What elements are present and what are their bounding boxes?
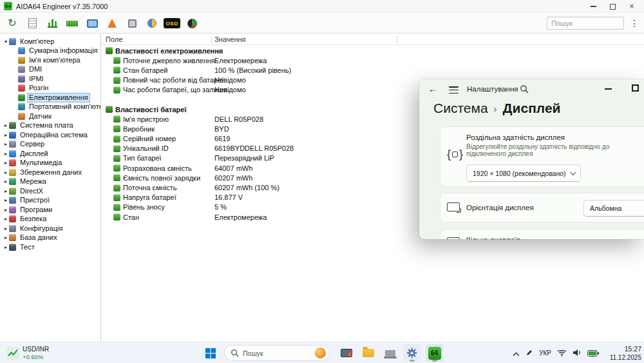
tree-item-label: Портативний комп'ютер [28,103,101,111]
taskbar: USD/INR +0.60% Пошук [0,342,644,363]
property-row[interactable]: Стан батарей 100 % (Високий рівень) [101,65,644,75]
property-row[interactable]: Поточне джерело живлення Електромережа [101,55,644,65]
settings-minimize-button[interactable] [605,88,612,90]
tray-chevron-up-icon[interactable] [513,348,520,359]
windows-logo-icon [205,348,216,358]
column-divider[interactable] [397,35,397,44]
tree-item-label: Тест [19,243,36,251]
wifi-icon[interactable] [557,348,567,359]
tree-item[interactable]: ▸ Системна плата [0,121,100,131]
tree-item[interactable]: ▸ Мережа [0,177,100,187]
property-icon [113,86,120,93]
tree-item[interactable]: Сумарна інформація [0,46,100,56]
monitor-app-button[interactable] [337,344,355,362]
maximize-button[interactable] [603,0,622,13]
search-input[interactable] [547,17,624,30]
tree-item[interactable]: ▸ База даних [0,233,100,243]
expander-icon[interactable]: ▸ [3,179,9,184]
card-title: Орієнтація дисплея [466,204,534,211]
expander-icon[interactable]: ▸ [3,207,9,213]
tree-item[interactable]: Електроживлення [0,93,100,103]
battery-icon[interactable] [587,348,599,359]
benchmark-icon[interactable] [105,16,119,30]
stock-widget[interactable]: USD/INR +0.60% [4,344,52,362]
tree-item[interactable]: ▸ Тест [0,242,100,252]
gauge-icon[interactable] [185,16,199,30]
expander-icon[interactable]: ▸ [3,141,9,147]
expander-icon[interactable]: ▸ [3,216,9,222]
start-button[interactable] [202,344,219,362]
property-row[interactable]: Властивості електроживлення [101,46,644,55]
expander-icon[interactable]: ▸ [3,197,9,203]
language-indicator[interactable]: УКР [539,349,551,357]
tray-time: 15:27 [625,345,641,353]
close-button[interactable]: × [622,0,641,13]
more-menu-icon[interactable]: ⋮ [630,18,639,28]
orientation-dropdown[interactable]: Альбомна [583,200,644,217]
expander-icon[interactable]: ▸ [3,188,9,194]
expander-icon[interactable]: ▸ [3,170,9,175]
tree-item[interactable]: Портативний комп'ютер [0,103,100,112]
column-header-field[interactable]: Поле [106,35,122,43]
tree-item[interactable]: DMI [0,65,100,75]
tree-item[interactable]: ▸ Програми [0,205,100,215]
property-icon [113,213,120,221]
expander-icon[interactable]: ▸ [3,160,9,166]
tree-item[interactable]: IPMI [0,74,100,84]
tree-item[interactable]: ▸ DirectX [0,186,100,196]
tree-item[interactable]: ▸ Конфігурація [0,224,100,233]
tree-item[interactable]: Ім'я комп'ютера [0,55,100,65]
file-explorer-button[interactable] [359,344,377,362]
pen-icon[interactable] [526,348,533,359]
chart-icon[interactable] [45,16,59,30]
settings-search-icon[interactable] [520,84,529,96]
property-field: Напруга батареї [123,193,176,201]
tree-item-label: Безпека [19,215,48,223]
weather-icon[interactable] [315,348,326,358]
tree-item[interactable]: Датчик [0,112,100,121]
column-headers: Поле Значення [101,34,644,45]
minimize-button[interactable] [583,0,603,13]
tree-item[interactable]: ▸ Пристрої [0,196,100,206]
expander-icon[interactable]: ▸ [3,151,9,157]
tree-item[interactable]: ▸ Мультимедіа [0,159,100,168]
settings-maximize-button[interactable] [632,84,639,92]
clock[interactable]: 15:27 11.12.2025 [605,344,641,362]
expander-icon[interactable]: ▸ [3,235,9,240]
tree-item[interactable]: ▸ Сервер [0,140,100,150]
taskbar-search[interactable]: Пошук [224,345,330,361]
tree-item[interactable]: ▸ Збереження даних [0,168,100,177]
resolution-dropdown[interactable]: 1920 × 1080 (рекомендовано) [466,164,581,182]
memory-icon[interactable] [65,16,79,30]
tree-item[interactable]: ▸ Безпека [0,215,100,224]
stock-pair: USD/INR [23,346,49,353]
sensor-icon[interactable] [145,16,159,30]
breadcrumb-parent[interactable]: Система [433,101,488,116]
report-icon[interactable] [25,16,39,30]
laptop-app-button[interactable] [381,344,399,362]
expander-icon[interactable]: ▸ [3,123,9,128]
property-value: Невідомо [214,86,246,93]
tree-item[interactable]: ▾ Комп'ютер [0,37,100,46]
aida64-app-button[interactable]: 64 [426,344,443,362]
settings-app-button[interactable] [403,344,421,362]
tree-item[interactable]: ▸ Операційна система [0,130,100,140]
expander-icon[interactable]: ▸ [3,132,9,138]
tree-item[interactable]: ▸ Дисплей [0,149,100,159]
column-header-value[interactable]: Значення [214,35,246,43]
back-icon[interactable]: ← [428,84,437,94]
expander-icon[interactable]: ▾ [3,39,9,44]
tree-item-label: Електроживлення [28,93,90,102]
refresh-icon[interactable]: ↻ [5,16,19,30]
property-field: Поточне джерело живлення [123,57,215,64]
expander-icon[interactable]: ▸ [3,244,9,250]
expander-icon[interactable]: ▸ [3,226,9,231]
devices-icon[interactable] [125,16,139,30]
tree-item[interactable]: Розгін [0,84,100,93]
column-divider[interactable] [211,35,212,44]
display-icon[interactable] [85,16,99,30]
volume-icon[interactable] [573,348,582,359]
osd-button[interactable]: OSD [165,16,179,30]
property-field: Повний час роботи від батареї [123,76,223,84]
hamburger-menu-icon[interactable] [449,86,459,95]
